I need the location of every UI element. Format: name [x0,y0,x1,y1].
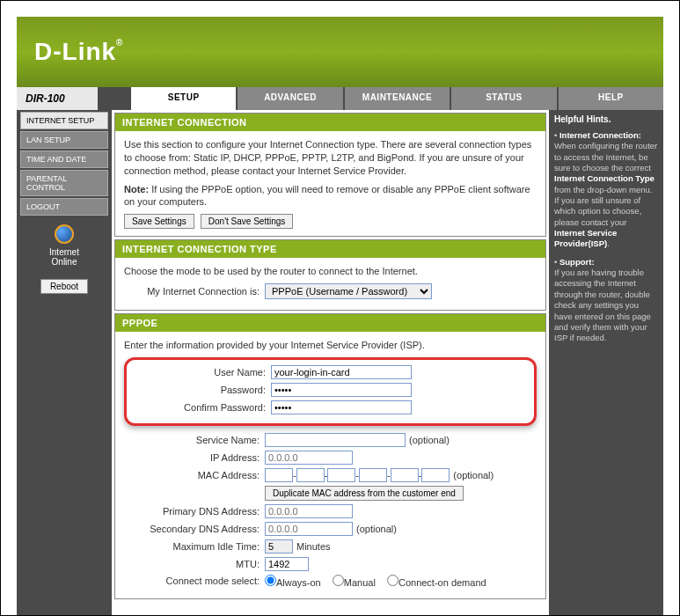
duplicate-mac-button[interactable]: Duplicate MAC address from the customer … [265,486,464,501]
ip-input[interactable] [265,451,353,465]
pppoe-desc: Enter the information provided by your I… [124,339,537,352]
model-label: DIR-100 [17,87,105,110]
radio-on-demand-label[interactable]: Connect-on demand [398,577,495,588]
conn-note: Note: If using the PPPoE option, you wil… [124,183,537,209]
service-label: Service Name: [124,435,265,445]
service-input[interactable] [265,433,406,447]
sidebar-item-internet-setup[interactable]: INTERNET SETUP [20,112,108,129]
tab-advanced[interactable]: ADVANCED [238,87,342,110]
status-line1: Internet [49,247,79,257]
tab-help[interactable]: HELP [559,87,663,110]
username-input[interactable] [271,365,412,379]
mac-label: MAC Address: [124,470,265,480]
panel-head-type: INTERNET CONNECTION TYPE [115,240,545,258]
pdns-input[interactable] [265,504,353,518]
globe-icon [55,224,74,244]
mac-seg-2[interactable] [296,468,325,482]
confirm-password-label: Confirm Password: [130,402,271,413]
header: D-Link® [17,17,663,87]
radio-always-on[interactable] [265,575,276,586]
password-label: Password: [130,385,271,395]
conn-type-select[interactable]: PPPoE (Username / Password) [265,283,432,299]
service-optional: (optional) [409,435,450,445]
idle-unit: Minutes [296,541,331,552]
ip-label: IP Address: [124,452,265,463]
pdns-label: Primary DNS Address: [124,506,265,517]
panel-pppoe: PPPOE Enter the information provided by … [114,313,546,599]
mac-seg-6[interactable] [421,468,450,482]
conn-type-label: My Internet Connection is: [124,286,265,297]
panel-head-conn: INTERNET CONNECTION [115,114,545,131]
main-content: INTERNET CONNECTION Use this section to … [112,110,549,615]
idle-input[interactable] [265,539,293,554]
mac-seg-5[interactable] [391,468,419,482]
sidebar: INTERNET SETUP LAN SETUP TIME AND DATE P… [17,110,112,615]
reboot-button[interactable]: Reboot [40,279,88,294]
sidebar-item-logout[interactable]: LOGOUT [20,198,108,216]
mac-seg-4[interactable] [359,468,387,482]
mac-seg-1[interactable] [265,468,293,482]
tab-setup[interactable]: SETUP [131,87,236,110]
conn-desc: Use this section to configure your Inter… [124,138,537,178]
hint-2: • Support:If you are having trouble acce… [554,257,658,344]
mtu-label: MTU: [124,559,265,569]
sdns-optional: (optional) [356,524,397,534]
status-line2: Online [52,257,77,267]
idle-label: Maximum Idle Time: [124,541,265,552]
sdns-label: Secondary DNS Address: [124,524,265,534]
internet-status: Internet Online Reboot [20,224,108,294]
radio-manual-label[interactable]: Manual [344,577,384,588]
radio-on-demand[interactable] [387,575,398,586]
helpful-hints: Helpful Hints. • Internet Connection:Whe… [549,110,663,615]
password-input[interactable] [271,383,412,397]
panel-head-pppoe: PPPOE [115,314,545,332]
panel-internet-connection: INTERNET CONNECTION Use this section to … [114,113,546,237]
sidebar-item-parental[interactable]: PARENTAL CONTROL [20,170,108,196]
credentials-highlight: User Name: Password: Confirm Password: [124,357,537,426]
mac-optional: (optional) [453,470,494,480]
hint-1: • Internet Connection:When configuring t… [554,130,658,250]
mac-seg-3[interactable] [327,468,355,482]
logo: D-Link® [34,38,123,66]
username-label: User Name: [130,367,271,378]
nav-row: DIR-100 SETUP ADVANCED MAINTENANCE STATU… [17,87,663,110]
sidebar-item-time-date[interactable]: TIME AND DATE [20,150,108,168]
tab-status[interactable]: STATUS [451,87,556,110]
main-tabs: SETUP ADVANCED MAINTENANCE STATUS HELP [131,87,663,110]
mtu-input[interactable] [265,557,309,571]
sidebar-item-lan-setup[interactable]: LAN SETUP [20,131,108,149]
hints-title: Helpful Hints. [554,114,658,125]
save-settings-button[interactable]: Save Settings [124,214,194,229]
connect-mode-label: Connect mode select: [124,576,265,586]
sdns-input[interactable] [265,522,353,536]
type-desc: Choose the mode to be used by the router… [124,265,537,278]
radio-always-on-label[interactable]: Always-on [276,577,330,588]
radio-manual[interactable] [333,575,344,586]
panel-connection-type: INTERNET CONNECTION TYPE Choose the mode… [114,239,546,311]
confirm-password-input[interactable] [271,400,412,414]
dont-save-button[interactable]: Don't Save Settings [201,214,294,229]
tab-maintenance[interactable]: MAINTENANCE [345,87,450,110]
